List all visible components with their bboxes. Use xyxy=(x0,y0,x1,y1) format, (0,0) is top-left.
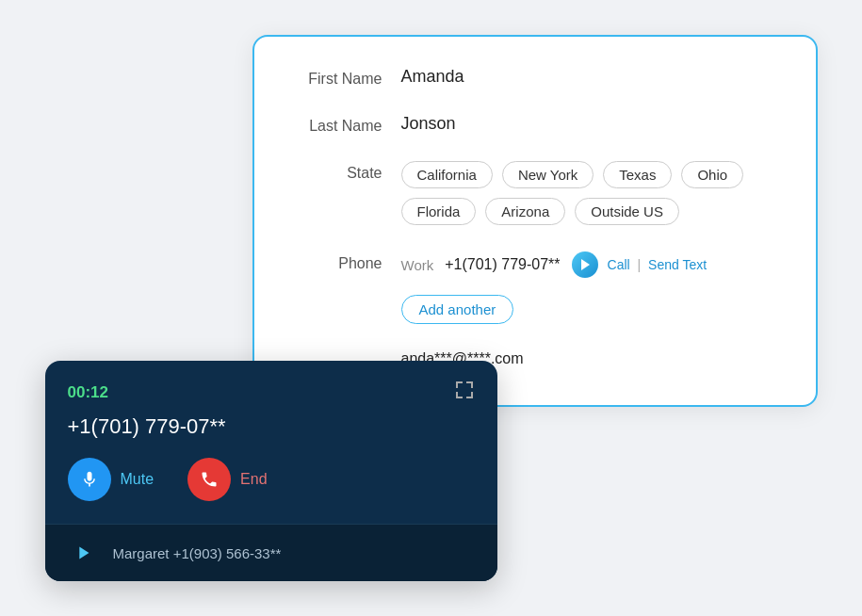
end-label: End xyxy=(240,471,267,488)
calling-number: +1(701) 779-07** xyxy=(68,414,475,439)
state-tag[interactable]: California xyxy=(401,161,493,188)
call-timer: 00:12 xyxy=(68,383,108,402)
footer-play-button[interactable] xyxy=(68,538,98,568)
state-tag[interactable]: Texas xyxy=(603,161,672,188)
contact-card: First Name Amanda Last Name Jonson State… xyxy=(252,35,818,407)
state-tags: CaliforniaNew YorkTexasOhioFloridaArizon… xyxy=(401,161,782,225)
svg-marker-0 xyxy=(581,259,590,270)
end-circle xyxy=(187,458,231,501)
svg-rect-6 xyxy=(456,392,458,398)
end-button[interactable]: End xyxy=(187,458,267,501)
mute-circle xyxy=(68,458,111,501)
phone-details: Work +1(701) 779-07** Call | Send Text xyxy=(401,251,707,278)
send-text-action-link[interactable]: Send Text xyxy=(648,257,707,272)
calling-main: 00:12 +1(701) 779-07** xyxy=(45,361,497,524)
calling-footer: Margaret +1(903) 566-33** xyxy=(45,524,497,581)
last-name-value: Jonson xyxy=(401,114,456,134)
call-play-icon[interactable] xyxy=(572,251,598,278)
calling-header: 00:12 xyxy=(68,380,475,405)
svg-rect-4 xyxy=(471,381,473,388)
expand-icon[interactable] xyxy=(454,380,475,405)
mute-button[interactable]: Mute xyxy=(68,458,155,501)
phone-number: +1(701) 779-07** xyxy=(445,256,560,273)
footer-contact: Margaret +1(903) 566-33** xyxy=(113,545,282,561)
calling-card: 00:12 +1(701) 779-07** xyxy=(45,361,497,581)
svg-rect-2 xyxy=(456,381,458,388)
first-name-value: Amanda xyxy=(401,67,464,87)
call-action-link[interactable]: Call xyxy=(608,257,630,272)
state-tag[interactable]: Ohio xyxy=(681,161,743,188)
action-divider: | xyxy=(638,257,642,272)
svg-rect-8 xyxy=(471,392,473,398)
state-tag[interactable]: Florida xyxy=(401,198,477,225)
add-another-button[interactable]: Add another xyxy=(401,295,514,324)
last-name-row: Last Name Jonson xyxy=(288,114,782,135)
phone-type: Work xyxy=(401,257,434,273)
first-name-label: First Name xyxy=(288,67,401,88)
phone-actions: Call | Send Text xyxy=(608,257,707,272)
state-label: State xyxy=(288,161,401,182)
mute-label: Mute xyxy=(121,471,155,488)
phone-row: Phone Work +1(701) 779-07** Call | Send … xyxy=(288,251,782,324)
call-actions: Mute End xyxy=(68,458,475,501)
state-tag[interactable]: New York xyxy=(502,161,594,188)
last-name-label: Last Name xyxy=(288,114,401,135)
state-tag[interactable]: Outside US xyxy=(575,198,679,225)
state-tag[interactable]: Arizona xyxy=(485,198,565,225)
phone-label: Phone xyxy=(288,251,401,272)
first-name-row: First Name Amanda xyxy=(288,67,782,88)
state-row: State CaliforniaNew YorkTexasOhioFlorida… xyxy=(288,161,782,225)
